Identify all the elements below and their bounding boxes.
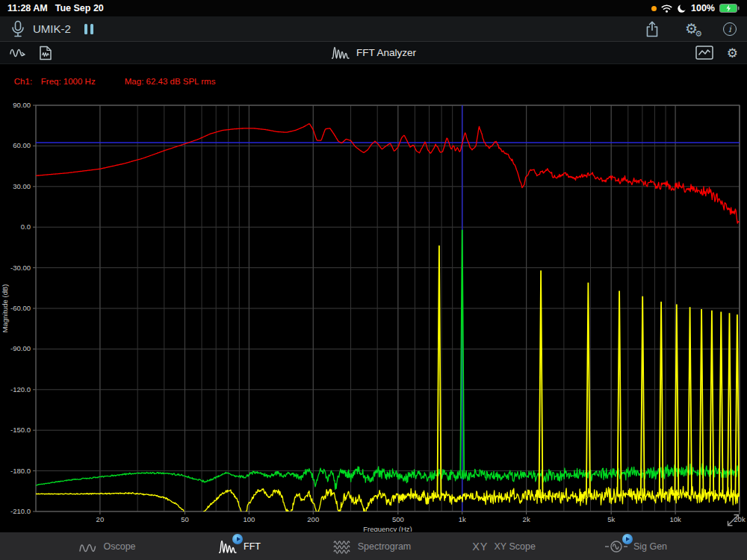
fft-chart[interactable]: 20501002005001k2k5k10k20k90.0060.0030.00… — [0, 97, 747, 532]
snapshot-document-icon[interactable] — [39, 46, 52, 60]
analyzer-settings-gear-icon[interactable]: ⚙ — [727, 46, 738, 60]
app-toolbar: UMIK-2 ⚙⚙ i — [0, 16, 747, 42]
fft-chart-svg[interactable]: 20501002005001k2k5k10k20k90.0060.0030.00… — [0, 97, 747, 532]
signal-flow-icon[interactable] — [9, 46, 27, 60]
settings-gears-icon[interactable]: ⚙⚙ — [685, 22, 698, 36]
xy-icon: XY — [472, 541, 488, 553]
moon-focus-icon — [677, 4, 686, 13]
oscope-icon — [78, 539, 97, 554]
analyzer-toolbar: FFT Analyzer ⚙ — [0, 42, 747, 64]
page-title: FFT Analyzer — [356, 47, 416, 58]
device-name[interactable]: UMIK-2 — [33, 22, 71, 35]
svg-text:-120.0: -120.0 — [10, 385, 31, 393]
svg-text:100: 100 — [243, 515, 255, 523]
tab-sig-gen[interactable]: Sig Gen — [570, 532, 702, 560]
tab-oscope[interactable]: Oscope — [41, 532, 173, 560]
sig-gen-icon — [605, 539, 627, 554]
fft-icon — [218, 539, 238, 554]
wifi-icon — [661, 4, 672, 13]
svg-text:200: 200 — [307, 515, 319, 523]
svg-text:90.00: 90.00 — [13, 101, 31, 109]
share-icon[interactable] — [645, 20, 660, 38]
clock-date: Tue Sep 20 — [55, 3, 104, 13]
battery-percent: 100% — [691, 3, 715, 13]
svg-text:-30.00: -30.00 — [10, 264, 31, 272]
svg-text:30.00: 30.00 — [13, 182, 31, 190]
pause-button[interactable] — [84, 24, 93, 34]
svg-text:50: 50 — [181, 515, 189, 523]
status-bar: 11:28 AM Tue Sep 20 100% — [0, 0, 747, 16]
svg-text:20: 20 — [96, 515, 105, 523]
running-play-badge — [232, 534, 243, 544]
running-play-badge — [622, 534, 633, 544]
chart-display-icon[interactable] — [695, 46, 713, 60]
bottom-tab-bar: Oscope FFT Spectrogram XY XY Scope Sig G… — [0, 532, 747, 560]
readout-ch1: Ch1:Freq: 1000 HzMag: 62.43 dB SPL rms — [4, 66, 747, 97]
fft-title-icon — [331, 46, 350, 60]
tab-spectrogram[interactable]: Spectrogram — [306, 532, 438, 560]
tab-fft[interactable]: FFT — [173, 532, 306, 560]
channel-readouts: Ch1:Freq: 1000 HzMag: 62.43 dB SPL rms O… — [0, 64, 747, 97]
readout-mag: Mag: 62.43 dB SPL rms — [125, 77, 216, 86]
svg-text:-180.0: -180.0 — [10, 467, 31, 475]
tab-label: Oscope — [103, 541, 135, 552]
microphone-icon[interactable] — [10, 20, 25, 38]
clock-time: 11:28 AM — [7, 3, 48, 13]
svg-text:20k: 20k — [734, 515, 746, 523]
svg-text:2k: 2k — [523, 515, 530, 523]
readout-channel: Ch1: — [14, 77, 41, 87]
svg-text:Frequency (Hz): Frequency (Hz) — [363, 525, 412, 532]
svg-text:-60.00: -60.00 — [10, 304, 31, 312]
svg-text:5k: 5k — [607, 515, 615, 523]
svg-text:Magnitude (dB): Magnitude (dB) — [1, 284, 9, 333]
readout-freq: Freq: 1000 Hz — [41, 77, 125, 87]
svg-text:0.0: 0.0 — [21, 223, 31, 231]
tab-xy-scope[interactable]: XY XY Scope — [438, 532, 570, 560]
svg-text:-210.0: -210.0 — [10, 507, 31, 515]
tab-label: FFT — [244, 541, 261, 552]
svg-text:-90.00: -90.00 — [10, 344, 31, 352]
svg-text:500: 500 — [392, 515, 404, 523]
tab-label: XY Scope — [494, 541, 535, 552]
tab-label: Spectrogram — [358, 541, 412, 552]
spectrogram-icon — [332, 539, 352, 554]
svg-text:10k: 10k — [669, 515, 681, 523]
mic-in-use-indicator — [651, 6, 657, 11]
info-icon[interactable]: i — [723, 22, 737, 36]
svg-text:1k: 1k — [459, 515, 466, 523]
tab-label: Sig Gen — [633, 541, 667, 552]
svg-text:60.00: 60.00 — [13, 141, 31, 149]
battery-icon — [719, 4, 740, 13]
svg-text:-150.0: -150.0 — [10, 426, 31, 434]
